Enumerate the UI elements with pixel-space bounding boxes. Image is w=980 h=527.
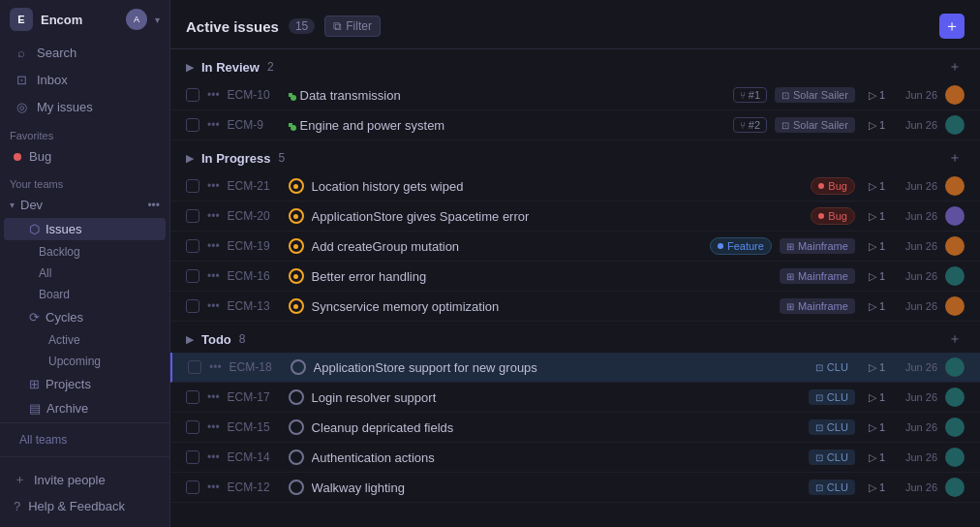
sidebar-item-issues[interactable]: ⬡ Issues <box>4 218 166 240</box>
pr-badge: ⑂ #1 <box>733 87 767 103</box>
play-badge: ▷ 1 <box>863 269 891 284</box>
table-row[interactable]: ••• ECM-9 Engine and power system ⑂ #2 ⊡… <box>170 110 980 140</box>
section-add-button[interactable]: ＋ <box>945 329 965 349</box>
backlog-label: Backlog <box>39 245 80 259</box>
issue-checkbox[interactable] <box>186 269 199 283</box>
table-row[interactable]: ••• ECM-21 Location history gets wiped B… <box>170 171 980 202</box>
play-count: 1 <box>879 361 885 373</box>
table-row[interactable]: ••• ECM-19 Add createGroup mutation Feat… <box>170 232 980 262</box>
tag-label: Bug <box>828 180 847 192</box>
play-icon: ▷ <box>869 421 876 434</box>
issue-checkbox[interactable] <box>186 390 199 404</box>
row-menu-icon[interactable]: ••• <box>207 88 220 102</box>
issue-checkbox[interactable] <box>186 118 199 132</box>
sidebar-item-my-issues[interactable]: ◎ My issues <box>4 94 166 119</box>
issue-count-badge: 15 <box>289 18 315 34</box>
sidebar-item-board[interactable]: Board <box>4 285 166 304</box>
clu-badge: ⊡ CLU <box>809 419 855 435</box>
play-icon: ▷ <box>869 481 876 494</box>
section-add-button[interactable]: ＋ <box>945 148 965 168</box>
clu-icon: ⊡ <box>815 362 823 373</box>
table-row[interactable]: ••• ECM-14 Authentication actions ⊡ CLU … <box>170 443 980 473</box>
row-menu-icon[interactable]: ••• <box>207 118 220 132</box>
mainframe-icon: ⊞ <box>786 271 794 282</box>
row-menu-icon[interactable]: ••• <box>207 209 220 223</box>
collapse-icon[interactable]: ▶ <box>186 152 194 165</box>
row-menu-icon[interactable]: ••• <box>207 269 220 283</box>
row-menu-icon[interactable]: ••• <box>207 390 220 404</box>
row-menu-icon[interactable]: ••• <box>209 360 222 374</box>
section-add-button[interactable]: ＋ <box>945 57 965 77</box>
issue-checkbox[interactable] <box>186 420 199 434</box>
filter-button[interactable]: ⧉ Filter <box>324 16 381 37</box>
issue-checkbox[interactable] <box>188 360 201 374</box>
play-badge: ▷ 1 <box>863 118 891 133</box>
issue-date: Jun 26 <box>899 270 937 282</box>
row-menu-icon[interactable]: ••• <box>207 420 220 434</box>
play-count: 1 <box>879 270 885 282</box>
sidebar-item-backlog[interactable]: Backlog <box>4 242 166 262</box>
row-menu-icon[interactable]: ••• <box>207 239 220 253</box>
favorites-item-bug[interactable]: Bug <box>4 145 166 168</box>
issue-checkbox[interactable] <box>186 209 199 223</box>
issue-date: Jun 26 <box>899 391 937 403</box>
workspace-header[interactable]: E Encom A ▾ <box>0 0 169 39</box>
table-row[interactable]: ••• ECM-12 Walkway lighting ⊡ CLU ▷ 1 Ju… <box>170 473 980 503</box>
bug-label: Bug <box>29 149 51 164</box>
pr-icon: ⑂ <box>740 90 746 101</box>
issue-checkbox[interactable] <box>186 480 199 494</box>
sidebar-item-active[interactable]: Active <box>4 330 166 350</box>
issues-label: Issues <box>46 222 82 236</box>
section-todo-count: 8 <box>239 332 246 346</box>
status-icon-in-progress <box>289 268 304 284</box>
sidebar-item-archive[interactable]: ▤ Archive <box>4 397 166 419</box>
issue-checkbox[interactable] <box>186 179 199 193</box>
user-avatar-btn[interactable]: A <box>126 9 147 30</box>
issue-checkbox[interactable] <box>186 239 199 253</box>
issue-checkbox[interactable] <box>186 299 199 313</box>
issue-id: ECM-9 <box>228 118 281 132</box>
sidebar-item-cycles[interactable]: ⟳ Cycles <box>4 306 166 328</box>
table-row[interactable]: ••• ECM-15 Cleanup depricated fields ⊡ C… <box>170 413 980 443</box>
table-row[interactable]: ••• ECM-13 Syncservice memory optimizati… <box>170 292 980 322</box>
collapse-icon[interactable]: ▶ <box>186 61 194 74</box>
my-issues-label: My issues <box>37 100 93 114</box>
row-menu-icon[interactable]: ••• <box>207 450 220 464</box>
play-count: 1 <box>879 180 885 192</box>
sidebar-item-upcoming[interactable]: Upcoming <box>4 352 166 371</box>
clu-name: CLU <box>827 421 848 433</box>
issue-checkbox[interactable] <box>186 88 199 102</box>
table-row[interactable]: ••• ECM-16 Better error handling ⊞ Mainf… <box>170 262 980 292</box>
table-row[interactable]: ••• ECM-20 ApplicationStore gives Spacet… <box>170 202 980 232</box>
row-menu-icon[interactable]: ••• <box>207 179 220 193</box>
all-teams-link[interactable]: All teams <box>10 429 160 450</box>
row-menu-icon[interactable]: ••• <box>207 299 220 313</box>
avatar <box>945 176 965 196</box>
more-options-icon[interactable]: ••• <box>147 199 160 212</box>
play-icon: ▷ <box>869 300 876 313</box>
issue-date: Jun 26 <box>899 481 937 493</box>
bug-dot-icon <box>818 213 824 219</box>
table-row[interactable]: ••• ECM-17 Login resolver support ⊡ CLU … <box>170 383 980 413</box>
team-dev-header[interactable]: ▾ Dev ••• <box>0 193 169 217</box>
sidebar-item-all[interactable]: All <box>4 264 166 283</box>
table-row[interactable]: ••• ECM-18 ApplicationStore support for … <box>170 353 980 383</box>
play-icon: ▷ <box>869 180 876 193</box>
clu-badge: ⊡ CLU <box>809 359 855 375</box>
status-icon-in-progress <box>289 208 304 224</box>
pr-number: #2 <box>749 119 760 131</box>
collapse-icon[interactable]: ▶ <box>186 333 194 346</box>
help-feedback-btn[interactable]: ? Help & Feedback <box>4 494 166 518</box>
invite-people-btn[interactable]: ＋ Invite people <box>4 466 166 493</box>
cycle-name: Solar Sailer <box>793 119 848 131</box>
projects-icon: ⊞ <box>29 377 40 391</box>
add-issue-button[interactable]: ＋ <box>939 14 965 39</box>
issue-checkbox[interactable] <box>186 450 199 464</box>
cycles-icon: ⟳ <box>29 310 40 325</box>
row-menu-icon[interactable]: ••• <box>207 480 220 494</box>
sidebar-item-inbox[interactable]: ⊡ Inbox <box>4 67 166 92</box>
table-row[interactable]: ••• ECM-10 Data transmission ⑂ #1 ⊡ Sola… <box>170 80 980 110</box>
sidebar-item-search[interactable]: ⌕ Search <box>4 40 166 65</box>
pr-icon: ⑂ <box>740 120 746 131</box>
sidebar-item-projects[interactable]: ⊞ Projects <box>4 373 166 395</box>
